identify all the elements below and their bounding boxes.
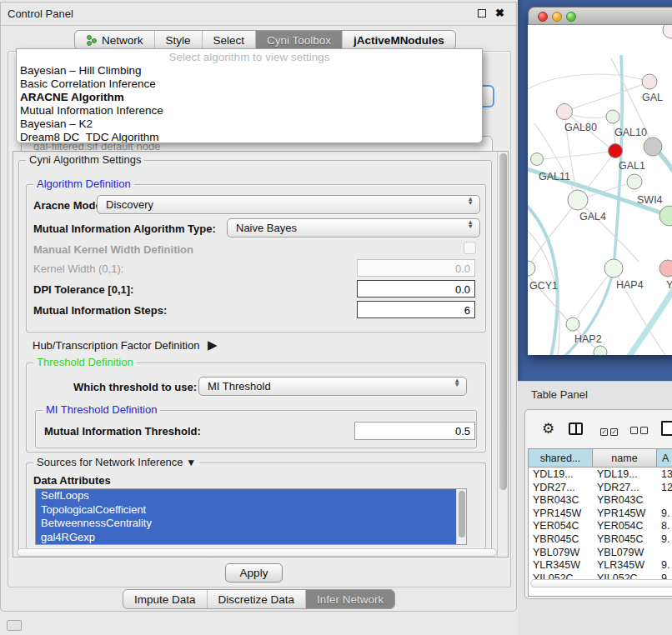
list-item[interactable]: TopologicalCoefficient xyxy=(36,503,456,518)
sources-expander[interactable]: Sources for Network Inference ▼ xyxy=(33,456,199,468)
combo-stepper-icon: ▲▼ xyxy=(454,379,460,387)
dpi-tolerance-field[interactable]: 0.0 xyxy=(357,280,475,298)
window-zoom-button[interactable] xyxy=(566,12,576,22)
node-table-container: ⚙ ✓✓ shared... name A YDL19...YDL19...13 xyxy=(524,409,672,599)
node-gray[interactable] xyxy=(644,138,662,156)
tab-infer-network[interactable]: Infer Network xyxy=(306,590,394,608)
table-row[interactable]: YDR27...YDR27...12 xyxy=(529,481,672,494)
mi-threshold-group: MI Threshold Definition Mutual Informati… xyxy=(35,410,477,448)
group-title: Threshold Definition xyxy=(33,356,137,368)
data-attributes-list: SelfLoops TopologicalCoefficient Between… xyxy=(35,488,467,545)
dropdown-item[interactable]: Basic Correlation Inference xyxy=(17,78,482,91)
node-selected-red[interactable] xyxy=(609,144,623,158)
scrollbar-thumb[interactable] xyxy=(499,153,507,490)
window-minimize-button[interactable] xyxy=(552,12,562,22)
group-title: Cyni Algorithm Settings xyxy=(26,153,144,166)
scrollbar-thumb[interactable] xyxy=(459,491,465,538)
control-panel-window: Control Panel ✖ Network Style Select Cyn… xyxy=(0,2,517,612)
manual-kernel-label: Manual Kernel Width Definition xyxy=(33,243,193,256)
node-hap4[interactable] xyxy=(604,259,623,278)
tab-cyni-toolbox[interactable]: Cyni Toolbox xyxy=(256,31,343,49)
kernel-width-label: Kernel Width (0,1): xyxy=(33,262,123,275)
control-panel-titlebar[interactable]: Control Panel ✖ xyxy=(1,2,516,26)
list-vertical-scrollbar[interactable] xyxy=(456,489,466,544)
network-view-window: GAL GAL80 GAL10 GAL1 GAL11 SWI4 GAL4 GCY… xyxy=(528,7,672,355)
list-item[interactable]: BetweennessCentrality xyxy=(36,517,456,531)
list-item[interactable]: SelfLoops xyxy=(36,489,456,503)
manual-kernel-checkbox[interactable] xyxy=(464,242,476,254)
hub-definition-expander[interactable]: Hub/Transcription Factor Definition ▶ xyxy=(33,338,283,352)
dropdown-item-selected[interactable]: ARACNE Algorithm xyxy=(17,91,482,104)
tab-discretize-data[interactable]: Discretize Data xyxy=(208,590,307,608)
table-row[interactable]: YBL079WYBL079W xyxy=(529,546,672,559)
tab-select[interactable]: Select xyxy=(203,31,257,49)
table-horizontal-scrollbar[interactable] xyxy=(530,579,672,588)
window-close-button[interactable] xyxy=(538,12,548,22)
node-label: GAL80 xyxy=(564,122,597,133)
dropdown-item[interactable]: Mutual Information Inference xyxy=(17,104,482,118)
node-label: GAL1 xyxy=(619,160,645,172)
threshold-definition-group: Threshold Definition Which threshold to … xyxy=(26,362,486,452)
node-hap2[interactable] xyxy=(566,318,579,331)
node-label: HAP4 xyxy=(616,279,644,291)
settings-vertical-scrollbar[interactable] xyxy=(497,152,508,557)
list-item[interactable]: gal4RGexp xyxy=(36,531,456,545)
tab-jactivemnodules[interactable]: jActiveMNodules xyxy=(343,31,455,49)
node-label: HAP2 xyxy=(574,333,602,345)
table-panel: Table Panel ⚙ ✓✓ shared... name A xyxy=(518,381,672,635)
chevron-right-icon: ▶ xyxy=(208,338,218,352)
node-salmon[interactable] xyxy=(659,260,672,277)
mi-threshold-label: Mutual Information Threshold: xyxy=(44,425,201,438)
table-row[interactable]: YBR043CYBR043C xyxy=(529,493,672,507)
tab-impute-data[interactable]: Impute Data xyxy=(123,590,208,608)
table-row[interactable]: YBR045CYBR045C9. xyxy=(529,532,672,546)
network-canvas[interactable]: GAL GAL80 GAL10 GAL1 GAL11 SWI4 GAL4 GCY… xyxy=(528,25,672,355)
aracne-mode-combo[interactable]: Discovery ▲▼ xyxy=(97,195,480,214)
column-header-shared-name[interactable]: shared... xyxy=(529,449,593,468)
node-gal4[interactable] xyxy=(568,190,588,210)
column-header-name[interactable]: name xyxy=(593,449,657,468)
node-unnamed[interactable] xyxy=(663,25,672,38)
close-panel-icon[interactable]: ✖ xyxy=(495,7,504,19)
dropdown-item[interactable]: Dream8 DC_TDC Algorithm xyxy=(17,131,482,143)
node-gal1[interactable] xyxy=(627,174,642,189)
which-threshold-combo[interactable]: MI Threshold ▲▼ xyxy=(198,377,467,396)
table-row[interactable]: YER054CYER054C8. xyxy=(529,519,672,532)
group-title: Algorithm Definition xyxy=(33,178,134,190)
node-gal11[interactable] xyxy=(531,153,544,166)
node-bottom-partial[interactable] xyxy=(594,346,607,355)
dropdown-item[interactable]: Bayesian – K2 xyxy=(17,118,482,131)
node-label: SWI4 xyxy=(637,194,663,206)
table-row[interactable]: YDL19...YDL19...13 xyxy=(529,468,672,481)
mi-steps-field[interactable]: 6 xyxy=(357,301,475,318)
node-gcy1[interactable] xyxy=(528,261,535,276)
select-all-columns-icon[interactable]: ✓✓ xyxy=(600,424,620,437)
apply-button[interactable]: Apply xyxy=(225,563,283,582)
tab-style[interactable]: Style xyxy=(155,31,203,49)
network-window-titlebar[interactable] xyxy=(528,7,672,25)
dropdown-prompt: Select algorithm to view settings xyxy=(17,51,482,64)
node-gal-partial[interactable] xyxy=(642,74,657,89)
node-swi4[interactable] xyxy=(659,206,672,226)
settings-horizontal-scrollbar[interactable] xyxy=(17,548,497,557)
gear-icon[interactable]: ⚙ xyxy=(542,420,554,438)
collapsed-panel-grip[interactable] xyxy=(7,620,22,631)
mi-steps-label: Mutual Information Steps: xyxy=(33,304,167,317)
mi-threshold-field[interactable]: 0.5 xyxy=(354,422,475,440)
export-table-icon[interactable] xyxy=(661,421,672,436)
table-row[interactable]: YPR145WYPR145W9. xyxy=(529,507,672,520)
deselect-all-columns-icon[interactable] xyxy=(630,424,650,437)
table-row[interactable]: YLR345WYLR345W9. xyxy=(529,558,672,572)
kernel-width-field[interactable]: 0.0 xyxy=(357,259,475,277)
column-header-partial[interactable]: A xyxy=(657,449,672,468)
node-label: GAL xyxy=(642,92,663,103)
mi-algorithm-type-combo[interactable]: Naive Bayes ▲▼ xyxy=(227,218,480,238)
float-window-icon[interactable] xyxy=(478,9,486,18)
node-gal80[interactable] xyxy=(557,104,573,120)
dropdown-item[interactable]: Bayesian – Hill Climbing xyxy=(17,64,482,78)
node-gal10[interactable] xyxy=(606,110,619,123)
control-panel-tabbar: Network Style Select Cyni Toolbox jActiv… xyxy=(74,30,456,50)
application-root: Control Panel ✖ Network Style Select Cyn… xyxy=(0,0,672,635)
columns-icon[interactable] xyxy=(569,422,583,435)
tab-network[interactable]: Network xyxy=(75,31,155,49)
